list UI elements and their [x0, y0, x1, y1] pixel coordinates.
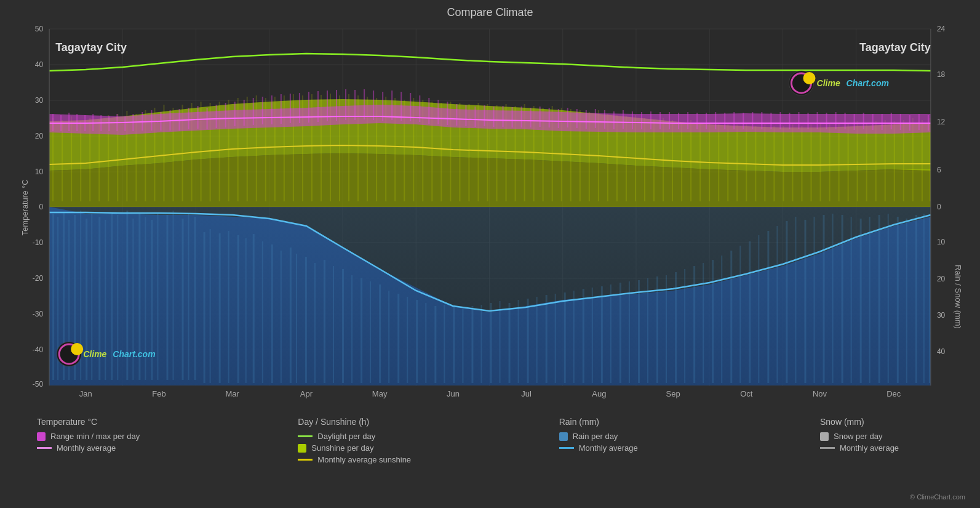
- svg-rect-109: [758, 235, 759, 383]
- svg-rect-248: [253, 98, 254, 125]
- svg-rect-308: [807, 113, 808, 129]
- svg-rect-82: [509, 303, 511, 383]
- svg-rect-42: [157, 212, 158, 380]
- svg-rect-212: [820, 123, 821, 201]
- svg-rect-301: [743, 113, 744, 129]
- svg-rect-299: [724, 113, 725, 129]
- y-label-20: 20: [35, 132, 44, 140]
- svg-rect-76: [453, 307, 455, 383]
- y-label-n40: -40: [33, 345, 44, 354]
- month-may: May: [372, 389, 388, 398]
- legend-item-temp-range: Range min / max per day: [37, 432, 160, 441]
- y-right-top-18: 18: [937, 70, 946, 79]
- month-jul: Jul: [521, 389, 532, 398]
- svg-rect-211: [811, 124, 812, 201]
- svg-rect-84: [527, 299, 529, 383]
- svg-rect-244: [216, 105, 217, 128]
- daylight-label: Daylight per day: [317, 432, 375, 441]
- svg-rect-227: [68, 113, 70, 131]
- svg-rect-241: [188, 108, 189, 129]
- y-right-bot-10: 10: [937, 238, 946, 246]
- legend-title-rain: Rain (mm): [559, 417, 682, 427]
- svg-rect-207: [773, 126, 775, 201]
- sunshine-avg-label: Monthly average sunshine: [317, 455, 411, 464]
- legend-title-temperature: Temperature °C: [37, 417, 160, 427]
- temp-axis-label: Temperature °C: [20, 179, 30, 235]
- svg-rect-209: [792, 124, 793, 201]
- svg-rect-251: [281, 94, 282, 124]
- svg-rect-54: [253, 234, 255, 383]
- svg-rect-197: [681, 123, 682, 201]
- rain-avg-swatch: [559, 447, 574, 449]
- svg-rect-232: [108, 116, 110, 131]
- legend-title-sunshine: Day / Sunshine (h): [298, 417, 421, 427]
- svg-rect-286: [604, 110, 605, 129]
- sunshine-avg-swatch: [298, 459, 313, 461]
- legend-group-rain: Rain (mm) Rain per day Monthly average: [559, 417, 682, 464]
- svg-rect-108: [749, 241, 751, 383]
- svg-rect-112: [786, 221, 787, 383]
- svg-rect-111: [776, 226, 778, 383]
- temp-range-swatch: [37, 432, 46, 441]
- month-dec: Dec: [886, 389, 901, 398]
- rain-axis-label: Rain / Snow (mm): [954, 265, 963, 329]
- svg-rect-204: [746, 124, 747, 201]
- svg-rect-273: [484, 105, 485, 126]
- svg-rect-56: [271, 244, 273, 383]
- svg-rect-285: [595, 109, 596, 128]
- svg-rect-317: [891, 113, 892, 129]
- svg-rect-270: [456, 104, 457, 126]
- svg-point-326: [71, 343, 83, 355]
- y-right-bot-30: 30: [937, 311, 946, 320]
- month-jan: Jan: [79, 389, 92, 398]
- svg-rect-89: [573, 291, 575, 383]
- rain-label: Rain per day: [573, 432, 618, 441]
- svg-rect-70: [397, 294, 399, 383]
- svg-rect-261: [373, 91, 374, 120]
- rain-avg-label: Monthly average: [579, 443, 638, 453]
- y-right-top-6: 6: [937, 166, 941, 174]
- svg-rect-277: [521, 107, 522, 127]
- y-label-40: 40: [35, 60, 44, 69]
- svg-rect-75: [444, 305, 445, 383]
- svg-rect-65: [351, 275, 353, 383]
- svg-rect-57: [281, 251, 282, 383]
- svg-rect-292: [659, 112, 661, 129]
- svg-rect-318: [900, 114, 901, 130]
- svg-rect-49: [210, 229, 211, 383]
- svg-rect-263: [391, 91, 392, 120]
- svg-rect-316: [882, 114, 883, 130]
- svg-rect-213: [829, 124, 831, 201]
- month-aug: Aug: [592, 389, 606, 398]
- svg-rect-96: [638, 280, 640, 383]
- svg-rect-253: [299, 93, 300, 123]
- chart-area: 50 40 30 20 10 0 -10 -20 -30 -40 -50 24 …: [12, 23, 968, 405]
- svg-rect-283: [576, 109, 578, 128]
- snow-label: Snow per day: [834, 432, 883, 441]
- svg-rect-320: [918, 114, 920, 130]
- svg-rect-60: [305, 257, 307, 383]
- svg-rect-127: [923, 214, 925, 383]
- legend-area: Temperature °C Range min / max per day M…: [12, 409, 968, 464]
- rain-swatch: [559, 432, 568, 441]
- legend-item-snow-per-day: Snow per day: [820, 432, 943, 441]
- legend-group-temperature: Temperature °C Range min / max per day M…: [37, 417, 160, 464]
- snow-avg-swatch: [820, 447, 835, 449]
- legend-group-snow: Snow (mm) Snow per day Monthly average: [820, 417, 943, 464]
- svg-rect-295: [687, 112, 688, 129]
- y-label-30: 30: [35, 96, 44, 105]
- svg-rect-294: [678, 113, 679, 129]
- svg-text:Clime: Clime: [817, 78, 840, 88]
- svg-rect-267: [428, 98, 429, 124]
- svg-rect-307: [798, 112, 799, 129]
- y-right-top-24: 24: [937, 25, 946, 33]
- y-right-bot-20: 20: [937, 275, 946, 283]
- svg-rect-113: [795, 217, 796, 383]
- svg-rect-304: [770, 113, 771, 129]
- svg-rect-85: [536, 297, 538, 383]
- svg-rect-272: [474, 107, 476, 127]
- legend-item-snow-avg: Monthly average: [820, 443, 943, 453]
- svg-rect-125: [906, 219, 907, 383]
- svg-rect-215: [848, 123, 849, 201]
- svg-rect-87: [555, 294, 556, 383]
